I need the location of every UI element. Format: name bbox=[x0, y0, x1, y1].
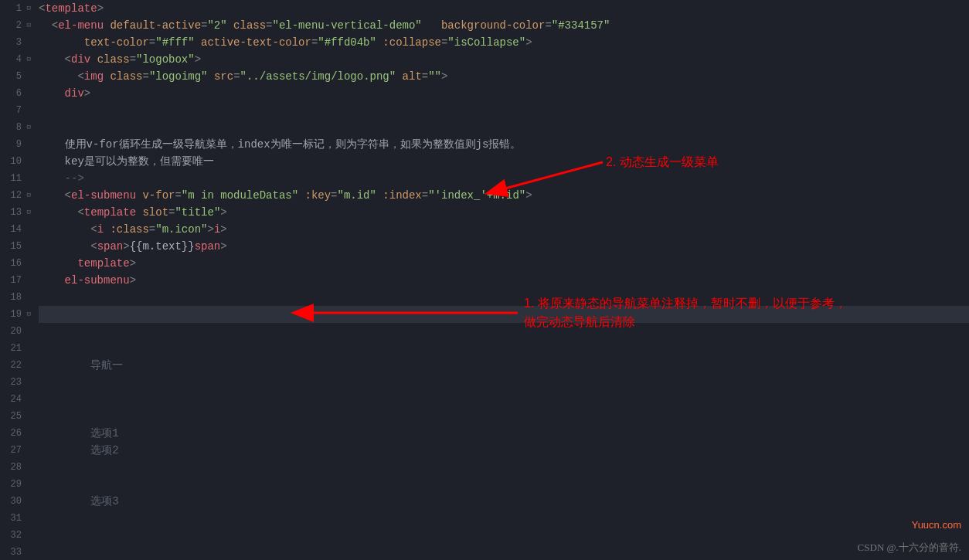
gutter-line: 15 bbox=[0, 238, 31, 255]
watermark-csdn: CSDN @.十六分的音符. bbox=[858, 541, 961, 555]
gutter-line: 20 bbox=[0, 323, 31, 340]
gutter-line: 1⊟ bbox=[0, 0, 31, 17]
gutter-line: 18 bbox=[0, 289, 31, 306]
gutter-line: 16 bbox=[0, 255, 31, 272]
code-line[interactable]: 选项1 bbox=[39, 425, 969, 442]
code-line[interactable]: template> bbox=[39, 255, 969, 272]
code-line[interactable]: 选项3 bbox=[39, 493, 969, 510]
gutter-line: 27 bbox=[0, 442, 31, 459]
code-line[interactable] bbox=[39, 119, 969, 136]
gutter-line: 3 bbox=[0, 34, 31, 51]
code-line[interactable]: <el-submenu v-for="m in moduleDatas" :ke… bbox=[39, 187, 969, 204]
gutter-line: 6 bbox=[0, 85, 31, 102]
annotation-2: 2. 动态生成一级菜单 bbox=[606, 154, 719, 171]
gutter-line: 32 bbox=[0, 527, 31, 544]
code-line[interactable]: 选项2 bbox=[39, 442, 969, 459]
gutter-line: 5 bbox=[0, 68, 31, 85]
gutter-line: 11 bbox=[0, 170, 31, 187]
gutter-line: 13⊟ bbox=[0, 204, 31, 221]
code-line[interactable]: <template slot="title"> bbox=[39, 204, 969, 221]
gutter-line: 12⊟ bbox=[0, 187, 31, 204]
code-line[interactable] bbox=[39, 459, 969, 476]
code-editor: 1⊟2⊟34⊟5678⊟9101112⊟13⊟141516171819⊟2021… bbox=[0, 0, 969, 560]
gutter-line: 33 bbox=[0, 544, 31, 560]
gutter-line: 23 bbox=[0, 374, 31, 391]
gutter-line: 8⊟ bbox=[0, 119, 31, 136]
code-line[interactable] bbox=[39, 374, 969, 391]
code-line[interactable] bbox=[39, 102, 969, 119]
gutter-line: 26 bbox=[0, 425, 31, 442]
gutter-line: 2⊟ bbox=[0, 17, 31, 34]
code-line[interactable] bbox=[39, 476, 969, 493]
code-line[interactable] bbox=[39, 323, 969, 340]
gutter-line: 30 bbox=[0, 493, 31, 510]
code-line[interactable]: <template> bbox=[39, 0, 969, 17]
annotation-1-line1: 1. 将原来静态的导航菜单注释掉，暂时不删，以便于参考， bbox=[524, 296, 847, 312]
gutter-line: 29 bbox=[0, 476, 31, 493]
code-line[interactable] bbox=[39, 391, 969, 408]
gutter-line: 19⊟ bbox=[0, 306, 31, 323]
code-line[interactable] bbox=[39, 510, 969, 527]
code-line[interactable] bbox=[39, 544, 969, 560]
gutter-line: 25 bbox=[0, 408, 31, 425]
gutter-line: 28 bbox=[0, 459, 31, 476]
gutter-line: 21 bbox=[0, 340, 31, 357]
gutter-line: 17 bbox=[0, 272, 31, 289]
line-gutter: 1⊟2⊟34⊟5678⊟9101112⊟13⊟141516171819⊟2021… bbox=[0, 0, 34, 560]
code-line[interactable] bbox=[39, 408, 969, 425]
code-area[interactable]: <template> <el-menu default-active="2" c… bbox=[34, 0, 969, 560]
gutter-line: 10 bbox=[0, 153, 31, 170]
gutter-line: 24 bbox=[0, 391, 31, 408]
code-line[interactable]: el-submenu> bbox=[39, 272, 969, 289]
gutter-line: 9 bbox=[0, 136, 31, 153]
code-line[interactable]: div> bbox=[39, 85, 969, 102]
gutter-line: 7 bbox=[0, 102, 31, 119]
gutter-line: 22 bbox=[0, 357, 31, 374]
gutter-line: 4⊟ bbox=[0, 51, 31, 68]
code-line[interactable]: <el-menu default-active="2" class="el-me… bbox=[39, 17, 969, 34]
code-line[interactable]: 导航一 bbox=[39, 357, 969, 374]
gutter-line: 14 bbox=[0, 221, 31, 238]
code-line[interactable]: 使用v-for循环生成一级导航菜单，index为唯一标记，则为字符串，如果为整数… bbox=[39, 136, 969, 153]
gutter-line: 31 bbox=[0, 510, 31, 527]
code-line[interactable]: <span>{{m.text}}span> bbox=[39, 238, 969, 255]
code-line[interactable]: <i :class="m.icon">i> bbox=[39, 221, 969, 238]
code-line[interactable]: text-color="#fff" active-text-color="#ff… bbox=[39, 34, 969, 51]
code-line[interactable]: <div class="logobox"> bbox=[39, 51, 969, 68]
code-line[interactable]: key是可以为整数，但需要唯一 bbox=[39, 153, 969, 170]
code-line[interactable] bbox=[39, 340, 969, 357]
annotation-1-line2: 做完动态导航后清除 bbox=[524, 314, 635, 331]
code-line[interactable]: --> bbox=[39, 170, 969, 187]
code-line[interactable]: <img class="logoimg" src="../assets/img/… bbox=[39, 68, 969, 85]
watermark-yuucn: Yuucn.com bbox=[912, 519, 961, 531]
code-line[interactable] bbox=[39, 527, 969, 544]
